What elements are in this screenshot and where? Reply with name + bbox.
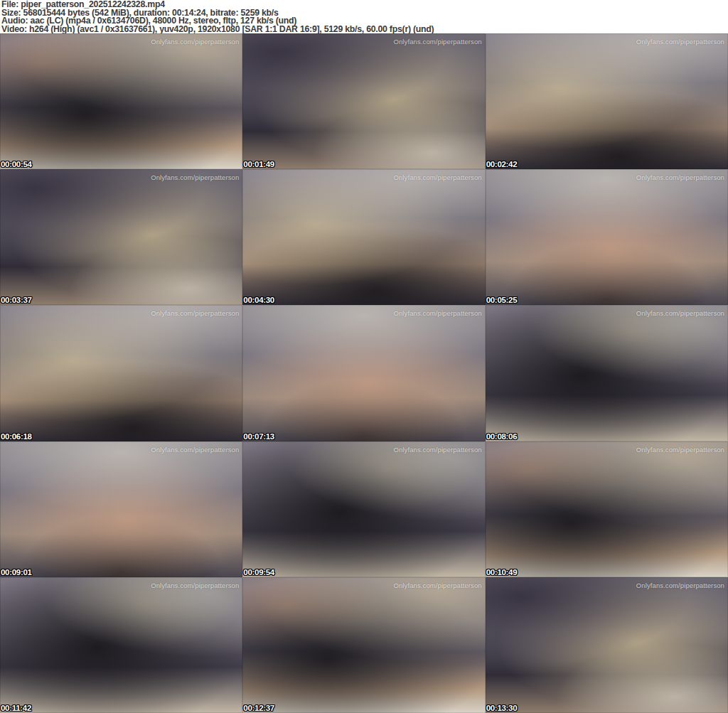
timestamp-overlay: 00:02:42 [486,160,518,168]
video-thumbnail: Onlyfans.com/piperpatterson 00:00:54 [0,33,242,169]
video-thumbnail: Onlyfans.com/piperpatterson 00:07:13 [242,305,485,441]
video-thumbnail: Onlyfans.com/piperpatterson 00:09:01 [0,441,242,577]
watermark-text: Onlyfans.com/piperpatterson [151,446,239,454]
timestamp-overlay: 00:11:42 [1,704,31,712]
video-thumbnail: Onlyfans.com/piperpatterson 00:02:42 [486,33,728,169]
video-thumbnail: Onlyfans.com/piperpatterson 00:06:18 [0,305,242,441]
video-thumbnail: Onlyfans.com/piperpatterson 00:09:54 [242,441,485,577]
watermark-text: Onlyfans.com/piperpatterson [151,173,239,181]
watermark-text: Onlyfans.com/piperpatterson [636,446,724,454]
timestamp-overlay: 00:03:37 [1,296,32,304]
video-thumbnail: Onlyfans.com/piperpatterson 00:13:30 [486,577,728,713]
timestamp-overlay: 00:00:54 [1,160,32,168]
watermark-text: Onlyfans.com/piperpatterson [151,581,239,589]
video-thumbnail: Onlyfans.com/piperpatterson 00:05:25 [486,169,728,305]
video-thumbnail: Onlyfans.com/piperpatterson 00:12:37 [242,577,485,713]
video-thumbnail: Onlyfans.com/piperpatterson 00:04:30 [242,169,485,305]
timestamp-overlay: 00:04:30 [243,296,274,304]
timestamp-overlay: 00:08:06 [486,432,518,441]
watermark-text: Onlyfans.com/piperpatterson [394,581,482,589]
thumbnail-grid: Onlyfans.com/piperpatterson 00:00:54 Onl… [0,33,728,713]
watermark-text: Onlyfans.com/piperpatterson [636,581,724,589]
video-thumbnail: Onlyfans.com/piperpatterson 00:01:49 [242,33,485,169]
timestamp-overlay: 00:09:01 [1,568,32,577]
watermark-text: Onlyfans.com/piperpatterson [394,173,482,181]
watermark-text: Onlyfans.com/piperpatterson [636,173,724,181]
timestamp-overlay: 00:06:18 [1,432,32,441]
timestamp-overlay: 00:05:25 [486,296,518,304]
timestamp-overlay: 00:07:13 [243,432,274,441]
watermark-text: Onlyfans.com/piperpatterson [394,309,482,317]
watermark-text: Onlyfans.com/piperpatterson [636,309,724,317]
video-thumbnail: Onlyfans.com/piperpatterson 00:08:06 [486,305,728,441]
timestamp-overlay: 00:12:37 [243,704,274,712]
timestamp-overlay: 00:10:49 [486,568,518,577]
watermark-text: Onlyfans.com/piperpatterson [151,38,239,45]
metadata-header: File: piper_patterson_202512242328.mp4 S… [0,0,728,33]
video-thumbnail: Onlyfans.com/piperpatterson 00:10:49 [486,441,728,577]
watermark-text: Onlyfans.com/piperpatterson [394,38,482,45]
watermark-text: Onlyfans.com/piperpatterson [151,309,239,317]
watermark-text: Onlyfans.com/piperpatterson [394,446,482,454]
timestamp-overlay: 00:01:49 [243,160,274,168]
timestamp-overlay: 00:09:54 [243,568,274,577]
watermark-text: Onlyfans.com/piperpatterson [636,38,724,45]
video-thumbnail: Onlyfans.com/piperpatterson 00:03:37 [0,169,242,305]
video-thumbnail: Onlyfans.com/piperpatterson 00:11:42 [0,577,242,713]
video-info-line: Video: h264 (High) (avc1 / 0x31637661), … [1,26,728,34]
timestamp-overlay: 00:13:30 [486,704,518,712]
